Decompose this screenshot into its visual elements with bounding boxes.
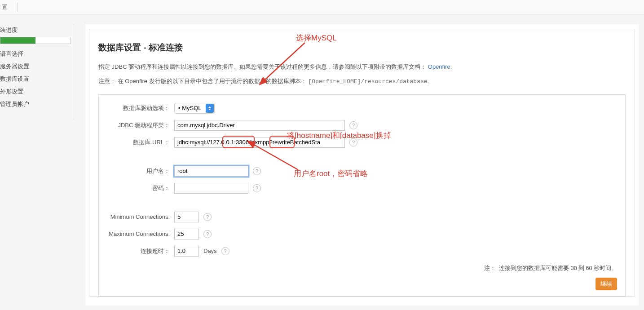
sidebar: 装进度 语言选择 服务器设置 数据库设置 外形设置 管理员帐户: [0, 24, 74, 120]
help-icon[interactable]: ?: [203, 213, 212, 221]
min-conn-input[interactable]: [174, 212, 199, 222]
url-input[interactable]: [174, 137, 345, 148]
timeout-unit: Days: [203, 248, 217, 254]
page-title: 数据库设置 - 标准连接: [98, 42, 626, 53]
sidebar-item-admin[interactable]: 管理员帐户: [0, 98, 74, 111]
topbar-label: 置: [2, 3, 8, 11]
max-conn-label: Maximum Connections:: [107, 230, 174, 237]
sidebar-item-profile[interactable]: 外形设置: [0, 85, 74, 98]
min-conn-label: Minimum Connections:: [107, 213, 174, 220]
topbar: 置: [0, 0, 644, 14]
help-icon[interactable]: ?: [203, 230, 212, 238]
password-input[interactable]: [174, 183, 248, 194]
driver-input[interactable]: [174, 120, 345, 131]
preset-label: 数据库驱动选项：: [107, 104, 174, 112]
help-icon[interactable]: ?: [349, 138, 357, 146]
driver-label: JDBC 驱动程序类：: [107, 121, 174, 129]
note-line: 注意： 在 Openfire 发行版的以下目录中包含了用于流行的数据库的数据库脚…: [98, 77, 626, 85]
progress-fill: [0, 37, 35, 44]
help-icon[interactable]: ?: [253, 167, 261, 175]
user-label: 用户名：: [107, 167, 174, 175]
sidebar-item-server[interactable]: 服务器设置: [0, 60, 74, 73]
help-icon[interactable]: ?: [253, 184, 261, 192]
progress-label: 装进度: [0, 26, 71, 34]
progress-bar: [0, 37, 71, 44]
sidebar-item-language[interactable]: 语言选择: [0, 48, 74, 60]
topbar-divider: [18, 3, 18, 12]
max-conn-input[interactable]: [174, 229, 199, 239]
doc-link[interactable]: Openfire: [428, 63, 450, 70]
preset-select[interactable]: • MySQL: [174, 103, 215, 114]
timeout-input[interactable]: [174, 246, 199, 257]
content-area: 数据库设置 - 标准连接 指定 JDBC 驱动程序和连接属性以连接到您的数据库。…: [85, 24, 639, 306]
page-description: 指定 JDBC 驱动程序和连接属性以连接到您的数据库。如果您需要关于该过程的更多…: [98, 62, 626, 72]
sidebar-item-database[interactable]: 数据库设置: [0, 73, 74, 85]
username-input[interactable]: [174, 166, 248, 177]
continue-button[interactable]: 继续: [595, 278, 617, 290]
footer-note: 注： 连接到您的数据库可能需要 30 到 60 秒时间。: [107, 265, 617, 272]
timeout-label: 连接超时：: [107, 247, 174, 255]
help-icon[interactable]: ?: [221, 247, 229, 255]
script-path: [Openfire_HOME]/resources/database: [308, 78, 427, 85]
url-label: 数据库 URL：: [107, 138, 174, 146]
pass-label: 密码：: [107, 184, 174, 192]
help-icon[interactable]: ?: [349, 121, 357, 129]
form-box: 数据库驱动选项： • MySQL JDBC 驱动程序类： ? 数据库 URL： …: [98, 94, 626, 297]
